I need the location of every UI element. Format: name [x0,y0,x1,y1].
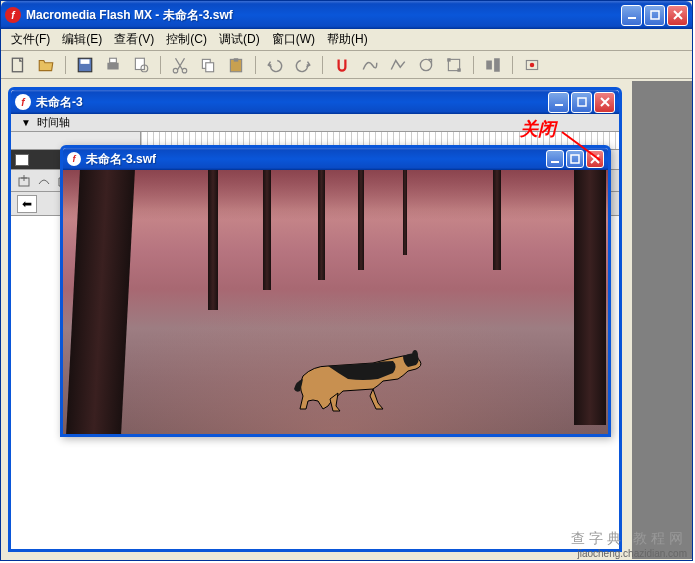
annotation-arrow [560,130,605,165]
copy-icon[interactable] [199,56,217,74]
new-file-icon[interactable] [9,56,27,74]
rotate-icon[interactable] [417,56,435,74]
back-arrow-button[interactable]: ⬅ [17,195,37,213]
flash-swf-icon: f [67,152,81,166]
toolbar-separator [255,56,256,74]
forest-foliage [63,170,608,220]
swf-stage [63,170,608,434]
doc-close-button[interactable] [594,92,615,113]
toolbar-separator [322,56,323,74]
flash-doc-icon: f [15,94,31,110]
tree [358,170,364,270]
right-panel-area [632,81,692,559]
open-file-icon[interactable] [37,56,55,74]
smooth-icon[interactable] [361,56,379,74]
collapse-arrow-icon[interactable]: ▼ [21,117,31,128]
doc-minimize-button[interactable] [548,92,569,113]
svg-rect-23 [555,104,563,106]
svg-rect-27 [551,161,559,163]
svg-point-29 [412,350,418,360]
cut-icon[interactable] [171,56,189,74]
menu-help[interactable]: 帮助(H) [321,29,374,50]
main-title-text: Macromedia Flash MX - 未命名-3.swf [26,7,621,24]
print-preview-icon[interactable] [132,56,150,74]
tree [574,170,606,425]
svg-rect-19 [486,60,492,69]
svg-rect-4 [81,59,90,64]
watermark-line1: 查字典 教程网 [571,529,687,547]
doc-titlebar: f 未命名-3 [11,90,619,114]
svg-rect-12 [206,62,214,71]
snap-icon[interactable] [333,56,351,74]
swf-title-text: 未命名-3.swf [86,151,546,168]
timeline-label: 时间轴 [37,115,70,130]
scale-icon[interactable] [445,56,463,74]
menu-view[interactable]: 查看(V) [108,29,160,50]
swf-titlebar: f 未命名-3.swf [63,148,608,170]
swf-preview-window: f 未命名-3.swf [60,145,611,437]
align-icon[interactable] [484,56,502,74]
svg-rect-7 [135,58,144,69]
tree [318,170,325,280]
svg-point-15 [420,59,431,70]
print-icon[interactable] [104,56,122,74]
svg-point-10 [182,68,187,73]
menu-edit[interactable]: 编辑(E) [56,29,108,50]
svg-rect-17 [447,58,450,61]
svg-rect-5 [107,62,118,69]
tree [263,170,271,290]
redo-icon[interactable] [294,56,312,74]
svg-point-22 [530,62,535,67]
svg-rect-0 [628,17,636,19]
svg-rect-14 [234,58,239,61]
straighten-icon[interactable] [389,56,407,74]
svg-rect-6 [110,58,117,63]
undo-icon[interactable] [266,56,284,74]
annotation-text: 关闭 [520,117,556,141]
menubar: 文件(F) 编辑(E) 查看(V) 控制(C) 调试(D) 窗口(W) 帮助(H… [1,29,692,51]
menu-control[interactable]: 控制(C) [160,29,213,50]
maximize-button[interactable] [644,5,665,26]
watermark-line2: jiaocheng.chazidian.com [571,547,687,560]
add-guide-icon[interactable] [37,174,51,188]
main-titlebar: f Macromedia Flash MX - 未命名-3.swf [1,1,692,29]
svg-rect-24 [578,98,586,106]
close-button[interactable] [667,5,688,26]
svg-rect-1 [651,11,659,19]
toolbar [1,51,692,79]
watermark: 查字典 教程网 jiaocheng.chazidian.com [571,529,687,560]
doc-maximize-button[interactable] [571,92,592,113]
svg-rect-20 [494,58,500,72]
svg-rect-18 [457,68,460,71]
menu-debug[interactable]: 调试(D) [213,29,266,50]
main-window-controls [621,5,688,26]
tree [493,170,501,270]
dog-sprite [288,331,433,416]
debug-icon[interactable] [523,56,541,74]
save-icon[interactable] [76,56,94,74]
flash-app-icon: f [5,7,21,23]
doc-window-controls [548,92,615,113]
minimize-button[interactable] [621,5,642,26]
menu-file[interactable]: 文件(F) [5,29,56,50]
doc-title-text: 未命名-3 [36,94,548,111]
paste-icon[interactable] [227,56,245,74]
svg-point-9 [173,68,178,73]
layer-icon [15,154,29,166]
toolbar-separator [473,56,474,74]
menu-window[interactable]: 窗口(W) [266,29,321,50]
tree [403,170,407,255]
tree [208,170,218,310]
toolbar-separator [160,56,161,74]
add-layer-icon[interactable] [17,174,31,188]
toolbar-separator [512,56,513,74]
toolbar-separator [65,56,66,74]
